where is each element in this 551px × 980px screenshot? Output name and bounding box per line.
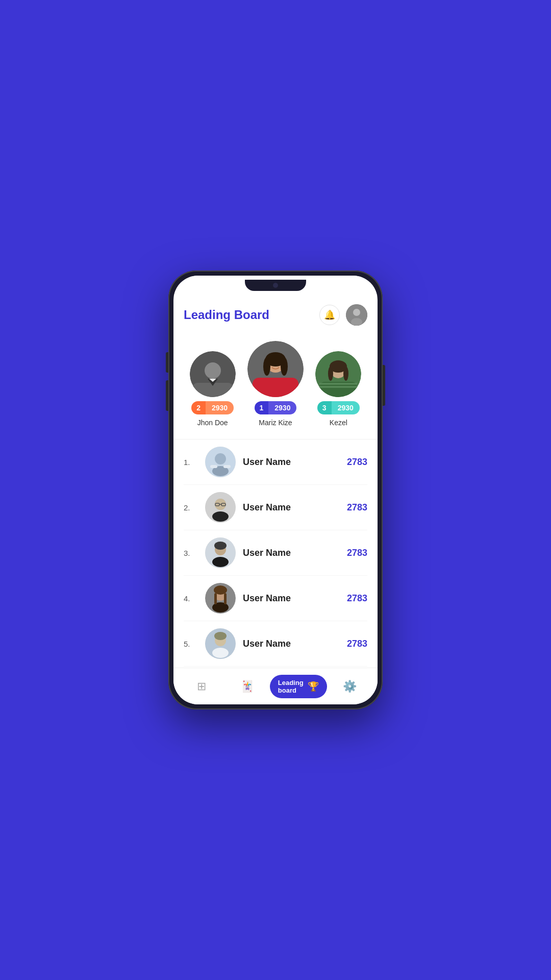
svg-point-12 <box>263 357 270 376</box>
header-actions: 🔔 <box>319 304 367 326</box>
list-avatar <box>205 537 236 568</box>
page-title: Leading Board <box>184 308 269 322</box>
list-avatar <box>205 628 236 659</box>
svg-point-19 <box>343 366 348 381</box>
list-item[interactable]: 3. User Name 2783 <box>184 530 367 576</box>
list-score: 2783 <box>347 502 367 513</box>
list-name: User Name <box>243 457 340 468</box>
podium-avatar-img-3 <box>315 351 361 397</box>
profile-avatar[interactable] <box>346 304 367 326</box>
podium-avatar-3 <box>315 351 361 397</box>
home-icon: ⊞ <box>197 680 206 693</box>
list-name: User Name <box>243 548 340 558</box>
rank-badge-1: 1 2930 <box>255 401 297 414</box>
svg-point-18 <box>328 366 333 381</box>
list-score: 2783 <box>347 639 367 649</box>
nav-settings[interactable]: ⚙️ <box>327 680 372 693</box>
nav-home[interactable]: ⊞ <box>179 680 224 693</box>
notifications-button[interactable]: 🔔 <box>319 305 340 325</box>
svg-point-47 <box>214 632 227 640</box>
podium: 2 2930 Jhon Doe <box>184 336 367 439</box>
list-rank: 1. <box>184 458 198 467</box>
svg-rect-25 <box>210 465 217 468</box>
cards-icon: 🃏 <box>240 680 254 693</box>
podium-rank3[interactable]: 3 2930 Kezel <box>315 351 361 427</box>
nav-cards[interactable]: 🃏 <box>224 680 269 693</box>
list-rank: 2. <box>184 503 198 512</box>
list-item[interactable]: 2. User Name 2783 <box>184 485 367 530</box>
list-rank: 3. <box>184 549 198 557</box>
podium-name-3: Kezel <box>330 419 347 427</box>
svg-rect-42 <box>214 593 217 604</box>
podium-name-2: Jhon Doe <box>197 419 228 427</box>
notch <box>245 280 306 291</box>
podium-avatar-img-2 <box>190 351 236 397</box>
bottom-nav: ⊞ 🃏 Leading board 🏆 ⚙️ <box>173 668 378 704</box>
svg-point-36 <box>212 557 229 567</box>
header: Leading Board 🔔 <box>184 296 367 336</box>
svg-point-13 <box>281 357 288 376</box>
leaderboard-list: 1. User Name 2783 2 <box>184 439 367 668</box>
list-score: 2783 <box>347 593 367 604</box>
list-name: User Name <box>243 502 340 513</box>
svg-point-4 <box>205 362 221 379</box>
settings-icon: ⚙️ <box>343 680 357 693</box>
list-item[interactable]: 5. User Name 2783 <box>184 621 367 667</box>
podium-name-1: Mariz Kize <box>259 419 292 427</box>
nav-leaderboard-label: Leading board <box>278 679 304 694</box>
svg-rect-26 <box>223 465 231 468</box>
list-avatar <box>205 492 236 523</box>
screen-content: Leading Board 🔔 <box>173 296 378 668</box>
list-rank: 4. <box>184 594 198 603</box>
bell-icon: 🔔 <box>324 309 335 321</box>
list-item[interactable]: 4. User Name 2783 <box>184 576 367 621</box>
list-avatar <box>205 583 236 614</box>
svg-rect-10 <box>253 378 298 397</box>
podium-avatar-img-1 <box>247 341 304 397</box>
notch-area <box>173 276 378 296</box>
rank-badge-3: 3 2930 <box>317 401 360 414</box>
podium-avatar-2 <box>190 351 236 397</box>
list-rank: 5. <box>184 640 198 648</box>
svg-point-1 <box>353 309 360 316</box>
svg-point-23 <box>215 453 226 464</box>
list-score: 2783 <box>347 548 367 558</box>
svg-point-37 <box>214 542 227 550</box>
svg-point-46 <box>212 648 229 658</box>
profile-avatar-img <box>346 304 367 326</box>
nav-active-pill: Leading board 🏆 <box>270 675 327 698</box>
podium-rank1[interactable]: 1 2930 Mariz Kize <box>247 341 304 427</box>
list-avatar <box>205 447 236 477</box>
podium-rank2[interactable]: 2 2930 Jhon Doe <box>190 351 236 427</box>
camera <box>273 283 278 288</box>
list-name: User Name <box>243 593 340 604</box>
svg-point-29 <box>212 511 229 522</box>
rank-badge-2: 2 2930 <box>191 401 234 414</box>
trophy-icon: 🏆 <box>308 681 319 692</box>
list-name: User Name <box>243 639 340 649</box>
podium-avatar-1 <box>247 341 304 397</box>
nav-leaderboard[interactable]: Leading board 🏆 <box>270 675 327 698</box>
list-item[interactable]: 1. User Name 2783 <box>184 439 367 485</box>
list-score: 2783 <box>347 457 367 468</box>
svg-rect-43 <box>224 593 227 604</box>
